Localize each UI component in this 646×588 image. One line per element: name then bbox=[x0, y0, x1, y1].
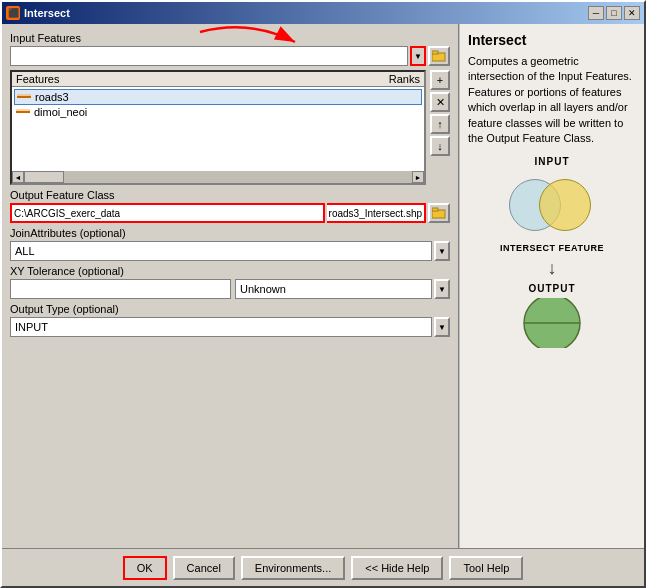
right-panel-title: Intersect bbox=[468, 32, 636, 48]
maximize-button[interactable]: □ bbox=[606, 6, 622, 20]
features-empty-space bbox=[12, 121, 424, 171]
join-attributes-dropdown-btn[interactable]: ▼ bbox=[434, 241, 450, 261]
scroll-thumb[interactable] bbox=[24, 171, 64, 183]
add-row-btn[interactable]: + bbox=[430, 70, 450, 90]
input-features-row: ▼ bbox=[10, 46, 450, 66]
environments-button[interactable]: Environments... bbox=[241, 556, 345, 580]
feature-name-roads3: roads3 bbox=[35, 91, 69, 103]
close-button[interactable]: ✕ bbox=[624, 6, 640, 20]
road-icon bbox=[16, 107, 30, 117]
feature-name-dimoi: dimoi_neoi bbox=[34, 106, 87, 118]
window-body: Input Features ▼ Features bbox=[2, 24, 644, 548]
remove-row-btn[interactable]: ✕ bbox=[430, 92, 450, 112]
xy-tolerance-input[interactable] bbox=[10, 279, 231, 299]
scroll-track[interactable] bbox=[24, 171, 412, 183]
arrow-down-icon: ↓ bbox=[548, 258, 557, 279]
features-list: roads3 dimoi_neoi bbox=[12, 87, 424, 121]
features-table-header: Features Ranks bbox=[12, 72, 424, 87]
title-bar-left: ⬛ Intersect bbox=[6, 6, 70, 20]
features-table-section: Features Ranks roads3 bbox=[10, 70, 450, 185]
right-panel-description: Computes a geometric intersection of the… bbox=[468, 54, 636, 146]
output-type-row: INPUT ▼ bbox=[10, 317, 450, 337]
xy-unit-row: Unknown ▼ bbox=[235, 279, 450, 299]
main-window: ⬛ Intersect ─ □ ✕ bbox=[0, 0, 646, 588]
window-title: Intersect bbox=[24, 7, 70, 19]
minimize-button[interactable]: ─ bbox=[588, 6, 604, 20]
join-attributes-select[interactable]: ALL bbox=[10, 241, 432, 261]
output-feature-class-label: Output Feature Class bbox=[10, 189, 450, 201]
features-col-header: Features bbox=[16, 73, 59, 85]
output-filename-text: roads3_Intersect.shp bbox=[329, 208, 422, 219]
input-diagram-label: INPUT bbox=[535, 156, 570, 167]
ok-button[interactable]: OK bbox=[123, 556, 167, 580]
output-folder-btn[interactable] bbox=[428, 203, 450, 223]
output-path-text: C:\ARCGIS_exerc_data bbox=[14, 208, 120, 219]
horizontal-scrollbar[interactable]: ◄ ► bbox=[12, 171, 424, 183]
folder-icon bbox=[432, 50, 446, 62]
join-attributes-row: ALL ▼ bbox=[10, 241, 450, 261]
output-feature-class-section: Output Feature Class C:\ARCGIS_exerc_dat… bbox=[10, 189, 450, 223]
input-diagram bbox=[507, 171, 597, 239]
input-features-input[interactable] bbox=[10, 46, 408, 66]
join-attributes-label: JoinAttributes (optional) bbox=[10, 227, 450, 239]
input-features-section: Input Features ▼ bbox=[10, 32, 450, 66]
table-controls: + ✕ ↑ ↓ bbox=[430, 70, 450, 185]
diagram-area: INPUT INTERSECT FEATURE ↓ OUTPUT bbox=[468, 156, 636, 348]
svg-rect-8 bbox=[432, 208, 438, 211]
output-type-section: Output Type (optional) INPUT ▼ bbox=[10, 303, 450, 337]
left-spacer bbox=[10, 341, 450, 540]
list-item[interactable]: roads3 bbox=[14, 89, 422, 105]
svg-rect-2 bbox=[432, 51, 438, 54]
output-shape bbox=[517, 298, 587, 348]
road-icon bbox=[17, 92, 31, 102]
hide-help-button[interactable]: << Hide Help bbox=[351, 556, 443, 580]
output-feature-class-row: C:\ARCGIS_exerc_data roads3_Intersect.sh… bbox=[10, 203, 450, 223]
output-type-label: Output Type (optional) bbox=[10, 303, 450, 315]
window-icon: ⬛ bbox=[6, 6, 20, 20]
input-features-folder-btn[interactable] bbox=[428, 46, 450, 66]
list-item[interactable]: dimoi_neoi bbox=[14, 105, 422, 119]
input-features-label: Input Features bbox=[10, 32, 450, 44]
output-type-dropdown-btn[interactable]: ▼ bbox=[434, 317, 450, 337]
scroll-right-btn[interactable]: ► bbox=[412, 171, 424, 183]
join-attributes-value: ALL bbox=[15, 245, 35, 257]
title-buttons: ─ □ ✕ bbox=[588, 6, 640, 20]
xy-tolerance-row: Unknown ▼ bbox=[10, 279, 450, 299]
xy-tolerance-label: XY Tolerance (optional) bbox=[10, 265, 450, 277]
title-bar: ⬛ Intersect ─ □ ✕ bbox=[2, 2, 644, 24]
yellow-circle bbox=[539, 179, 591, 231]
output-diagram bbox=[517, 298, 587, 348]
output-type-select[interactable]: INPUT bbox=[10, 317, 432, 337]
input-features-dropdown-btn[interactable]: ▼ bbox=[410, 46, 426, 66]
features-table: Features Ranks roads3 bbox=[10, 70, 426, 185]
xy-tolerance-section: XY Tolerance (optional) Unknown ▼ bbox=[10, 265, 450, 299]
tool-help-button[interactable]: Tool Help bbox=[449, 556, 523, 580]
move-up-btn[interactable]: ↑ bbox=[430, 114, 450, 134]
scroll-left-btn[interactable]: ◄ bbox=[12, 171, 24, 183]
cancel-button[interactable]: Cancel bbox=[173, 556, 235, 580]
join-attributes-section: JoinAttributes (optional) ALL ▼ bbox=[10, 227, 450, 261]
bottom-bar: OK Cancel Environments... << Hide Help T… bbox=[2, 548, 644, 586]
xy-unit-dropdown-btn[interactable]: ▼ bbox=[434, 279, 450, 299]
output-filename[interactable]: roads3_Intersect.shp bbox=[327, 203, 426, 223]
right-panel: Intersect Computes a geometric intersect… bbox=[459, 24, 644, 548]
output-type-value: INPUT bbox=[15, 321, 48, 333]
ranks-col-header: Ranks bbox=[389, 73, 420, 85]
folder-icon bbox=[432, 207, 446, 219]
left-panel: Input Features ▼ Features bbox=[2, 24, 459, 548]
intersect-feature-label: INTERSECT FEATURE bbox=[500, 243, 604, 254]
output-path-field[interactable]: C:\ARCGIS_exerc_data bbox=[10, 203, 325, 223]
move-down-btn[interactable]: ↓ bbox=[430, 136, 450, 156]
xy-unit-select[interactable]: Unknown bbox=[235, 279, 432, 299]
output-diagram-label: OUTPUT bbox=[528, 283, 575, 294]
xy-unit-value: Unknown bbox=[240, 283, 286, 295]
